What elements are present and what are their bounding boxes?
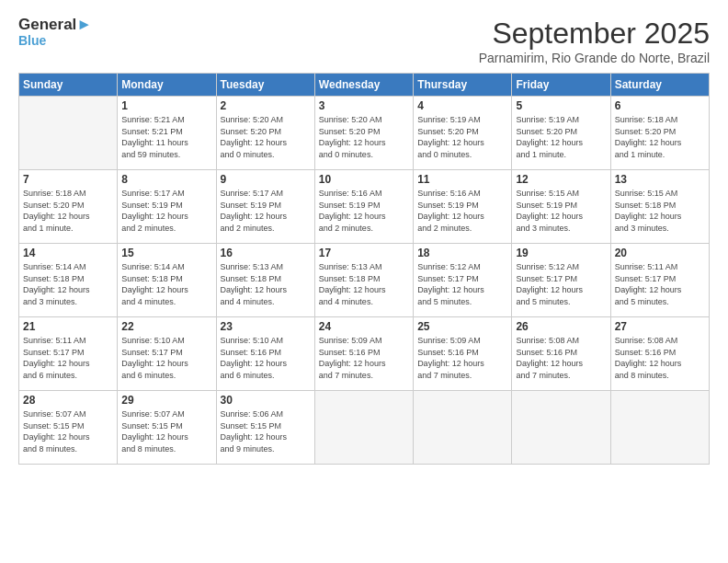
calendar-cell: 21Sunrise: 5:11 AM Sunset: 5:17 PM Dayli… (19, 317, 118, 391)
calendar-cell: 9Sunrise: 5:17 AM Sunset: 5:19 PM Daylig… (216, 170, 314, 244)
day-info: Sunrise: 5:16 AM Sunset: 5:19 PM Dayligh… (319, 188, 409, 234)
day-info: Sunrise: 5:13 AM Sunset: 5:18 PM Dayligh… (319, 261, 409, 307)
day-info: Sunrise: 5:07 AM Sunset: 5:15 PM Dayligh… (23, 408, 113, 454)
day-number: 23 (221, 320, 311, 333)
calendar-week-row: 1Sunrise: 5:21 AM Sunset: 5:21 PM Daylig… (19, 97, 710, 170)
calendar-cell: 7Sunrise: 5:18 AM Sunset: 5:20 PM Daylig… (19, 170, 118, 244)
calendar-cell (512, 391, 610, 465)
calendar-cell: 6Sunrise: 5:18 AM Sunset: 5:20 PM Daylig… (610, 97, 709, 170)
calendar-cell: 15Sunrise: 5:14 AM Sunset: 5:18 PM Dayli… (118, 244, 216, 317)
calendar-cell (414, 391, 512, 465)
day-info: Sunrise: 5:12 AM Sunset: 5:17 PM Dayligh… (417, 261, 507, 307)
calendar-cell: 25Sunrise: 5:09 AM Sunset: 5:16 PM Dayli… (414, 317, 512, 391)
day-info: Sunrise: 5:14 AM Sunset: 5:18 PM Dayligh… (121, 261, 211, 307)
calendar-cell: 13Sunrise: 5:15 AM Sunset: 5:18 PM Dayli… (610, 170, 709, 244)
logo-line2: Blue (18, 34, 92, 48)
calendar-cell: 2Sunrise: 5:20 AM Sunset: 5:20 PM Daylig… (216, 97, 314, 170)
day-number: 6 (615, 99, 705, 112)
day-number: 10 (319, 173, 409, 186)
day-number: 3 (319, 99, 409, 112)
day-info: Sunrise: 5:11 AM Sunset: 5:17 PM Dayligh… (23, 335, 113, 381)
calendar-cell: 22Sunrise: 5:10 AM Sunset: 5:17 PM Dayli… (118, 317, 216, 391)
day-number: 11 (417, 173, 507, 186)
col-tuesday: Tuesday (216, 74, 314, 97)
day-info: Sunrise: 5:17 AM Sunset: 5:19 PM Dayligh… (221, 188, 311, 234)
col-sunday: Sunday (19, 74, 118, 97)
page: General► Blue September 2025 Parnamirim,… (0, 0, 728, 563)
day-number: 12 (516, 173, 606, 186)
day-info: Sunrise: 5:10 AM Sunset: 5:16 PM Dayligh… (221, 335, 311, 381)
calendar-week-row: 14Sunrise: 5:14 AM Sunset: 5:18 PM Dayli… (19, 244, 710, 317)
day-number: 28 (23, 394, 113, 407)
day-info: Sunrise: 5:13 AM Sunset: 5:18 PM Dayligh… (221, 261, 311, 307)
day-number: 26 (516, 320, 606, 333)
day-number: 30 (221, 394, 311, 407)
day-info: Sunrise: 5:09 AM Sunset: 5:16 PM Dayligh… (417, 335, 507, 381)
day-info: Sunrise: 5:09 AM Sunset: 5:16 PM Dayligh… (319, 335, 409, 381)
day-info: Sunrise: 5:20 AM Sunset: 5:20 PM Dayligh… (319, 114, 409, 160)
subtitle: Parnamirim, Rio Grande do Norte, Brazil (479, 51, 710, 65)
calendar-cell (314, 391, 413, 465)
day-info: Sunrise: 5:14 AM Sunset: 5:18 PM Dayligh… (23, 261, 113, 307)
day-info: Sunrise: 5:10 AM Sunset: 5:17 PM Dayligh… (121, 335, 211, 381)
day-number: 15 (121, 247, 211, 259)
day-info: Sunrise: 5:21 AM Sunset: 5:21 PM Dayligh… (121, 114, 211, 160)
calendar-cell (610, 391, 709, 465)
day-number: 17 (319, 247, 409, 259)
col-wednesday: Wednesday (314, 74, 413, 97)
day-number: 22 (121, 320, 211, 333)
col-thursday: Thursday (414, 74, 512, 97)
day-number: 21 (23, 320, 113, 333)
month-title: September 2025 (479, 17, 710, 51)
calendar-cell: 16Sunrise: 5:13 AM Sunset: 5:18 PM Dayli… (216, 244, 314, 317)
calendar-cell: 20Sunrise: 5:11 AM Sunset: 5:17 PM Dayli… (610, 244, 709, 317)
day-number: 25 (417, 320, 507, 333)
col-monday: Monday (118, 74, 216, 97)
day-number: 29 (121, 394, 211, 407)
header: General► Blue September 2025 Parnamirim,… (18, 17, 710, 65)
day-info: Sunrise: 5:18 AM Sunset: 5:20 PM Dayligh… (23, 188, 113, 234)
day-number: 20 (615, 247, 705, 259)
day-number: 1 (121, 99, 211, 112)
day-number: 4 (417, 99, 507, 112)
day-info: Sunrise: 5:12 AM Sunset: 5:17 PM Dayligh… (516, 261, 606, 307)
calendar-week-row: 28Sunrise: 5:07 AM Sunset: 5:15 PM Dayli… (19, 391, 710, 465)
day-number: 27 (615, 320, 705, 333)
calendar-cell: 8Sunrise: 5:17 AM Sunset: 5:19 PM Daylig… (118, 170, 216, 244)
calendar-week-row: 7Sunrise: 5:18 AM Sunset: 5:20 PM Daylig… (19, 170, 710, 244)
day-info: Sunrise: 5:15 AM Sunset: 5:18 PM Dayligh… (615, 188, 705, 234)
calendar-cell: 10Sunrise: 5:16 AM Sunset: 5:19 PM Dayli… (314, 170, 413, 244)
day-info: Sunrise: 5:18 AM Sunset: 5:20 PM Dayligh… (615, 114, 705, 160)
day-number: 14 (23, 247, 113, 259)
calendar-cell: 26Sunrise: 5:08 AM Sunset: 5:16 PM Dayli… (512, 317, 610, 391)
col-friday: Friday (512, 74, 610, 97)
calendar-cell: 1Sunrise: 5:21 AM Sunset: 5:21 PM Daylig… (118, 97, 216, 170)
col-saturday: Saturday (610, 74, 709, 97)
calendar-cell: 14Sunrise: 5:14 AM Sunset: 5:18 PM Dayli… (19, 244, 118, 317)
day-info: Sunrise: 5:16 AM Sunset: 5:19 PM Dayligh… (417, 188, 507, 234)
day-info: Sunrise: 5:17 AM Sunset: 5:19 PM Dayligh… (121, 188, 211, 234)
day-number: 9 (221, 173, 311, 186)
calendar-cell: 28Sunrise: 5:07 AM Sunset: 5:15 PM Dayli… (19, 391, 118, 465)
day-number: 16 (221, 247, 311, 259)
day-number: 18 (417, 247, 507, 259)
day-number: 19 (516, 247, 606, 259)
calendar-cell: 23Sunrise: 5:10 AM Sunset: 5:16 PM Dayli… (216, 317, 314, 391)
day-number: 24 (319, 320, 409, 333)
calendar-cell: 29Sunrise: 5:07 AM Sunset: 5:15 PM Dayli… (118, 391, 216, 465)
calendar-cell: 4Sunrise: 5:19 AM Sunset: 5:20 PM Daylig… (414, 97, 512, 170)
day-info: Sunrise: 5:19 AM Sunset: 5:20 PM Dayligh… (417, 114, 507, 160)
day-number: 8 (121, 173, 211, 186)
day-number: 2 (221, 99, 311, 112)
day-info: Sunrise: 5:06 AM Sunset: 5:15 PM Dayligh… (221, 408, 311, 454)
calendar-cell: 12Sunrise: 5:15 AM Sunset: 5:19 PM Dayli… (512, 170, 610, 244)
calendar-cell: 19Sunrise: 5:12 AM Sunset: 5:17 PM Dayli… (512, 244, 610, 317)
calendar-cell: 18Sunrise: 5:12 AM Sunset: 5:17 PM Dayli… (414, 244, 512, 317)
calendar-cell: 30Sunrise: 5:06 AM Sunset: 5:15 PM Dayli… (216, 391, 314, 465)
day-number: 7 (23, 173, 113, 186)
day-info: Sunrise: 5:08 AM Sunset: 5:16 PM Dayligh… (615, 335, 705, 381)
calendar-cell: 11Sunrise: 5:16 AM Sunset: 5:19 PM Dayli… (414, 170, 512, 244)
day-number: 13 (615, 173, 705, 186)
day-info: Sunrise: 5:15 AM Sunset: 5:19 PM Dayligh… (516, 188, 606, 234)
logo-line1: General► (18, 17, 92, 34)
